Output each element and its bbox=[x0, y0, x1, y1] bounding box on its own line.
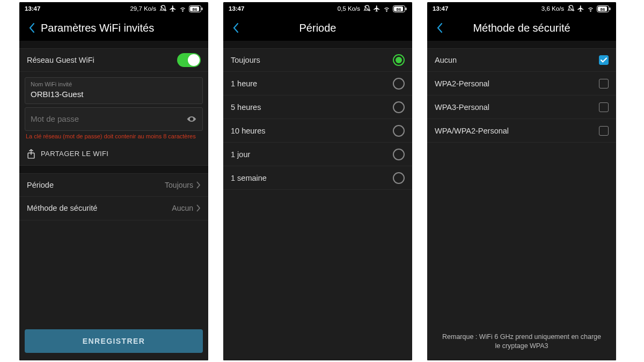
period-label: Période bbox=[27, 181, 165, 189]
share-wifi-label: PARTAGER LE WIFI bbox=[41, 150, 108, 158]
security-option-none[interactable]: Aucun bbox=[427, 48, 616, 72]
checkbox-checked-icon bbox=[599, 55, 609, 65]
option-label: WPA2-Personal bbox=[435, 79, 599, 88]
save-button[interactable]: ENREGISTRER bbox=[25, 329, 203, 353]
status-data-rate: 29,7 Ko/s bbox=[130, 5, 156, 12]
security-option-wpa2[interactable]: WPA2-Personal bbox=[427, 72, 616, 95]
radio-icon bbox=[393, 78, 405, 90]
radio-icon bbox=[393, 125, 405, 137]
svg-point-7 bbox=[386, 11, 387, 11]
period-option-10h[interactable]: 10 heures bbox=[223, 119, 412, 143]
security-value: Aucun bbox=[172, 204, 193, 212]
airplane-icon bbox=[577, 5, 584, 12]
screen-security-method: 13:47 3,6 Ko/s 86 Méthode de sécurité Au… bbox=[427, 2, 616, 360]
security-option-wpa-wpa2[interactable]: WPA/WPA2-Personal bbox=[427, 119, 616, 143]
option-label: 10 heures bbox=[231, 127, 393, 135]
page-title: Paramètres WiFi invités bbox=[41, 22, 204, 34]
radio-icon bbox=[393, 149, 405, 160]
guest-wifi-toggle[interactable] bbox=[177, 53, 201, 67]
svg-rect-9 bbox=[406, 8, 407, 10]
eye-icon[interactable] bbox=[186, 115, 197, 123]
security-row[interactable]: Méthode de sécurité Aucun bbox=[19, 197, 208, 220]
battery-icon: 86 bbox=[597, 5, 611, 12]
radio-selected-icon bbox=[393, 54, 405, 66]
chevron-right-icon bbox=[196, 204, 201, 212]
share-icon bbox=[27, 149, 35, 159]
svg-point-5 bbox=[191, 118, 192, 120]
svg-text:86: 86 bbox=[601, 7, 605, 12]
status-data-rate: 0,5 Ko/s bbox=[338, 5, 360, 12]
wifi-icon bbox=[179, 5, 187, 12]
option-label: 5 heures bbox=[231, 103, 393, 112]
screen-period: 13:47 0,5 Ko/s 86 Période Toujours bbox=[223, 2, 412, 360]
option-label: Aucun bbox=[435, 56, 599, 64]
period-option-always[interactable]: Toujours bbox=[223, 48, 412, 72]
guest-wifi-toggle-row[interactable]: Réseau Guest WiFi bbox=[19, 48, 208, 72]
chevron-left-icon bbox=[28, 23, 36, 33]
checkbox-icon bbox=[599, 102, 609, 112]
status-bar: 13:47 29,7 Ko/s 86 bbox=[19, 2, 208, 15]
period-option-1d[interactable]: 1 jour bbox=[223, 143, 412, 166]
chevron-left-icon bbox=[436, 23, 444, 33]
option-label: Toujours bbox=[231, 56, 393, 64]
ssid-value: ORBI13-Guest bbox=[31, 90, 197, 99]
security-option-wpa3[interactable]: WPA3-Personal bbox=[427, 95, 616, 119]
checkbox-icon bbox=[599, 126, 609, 136]
status-icons: 86 bbox=[567, 5, 611, 12]
header: Méthode de sécurité bbox=[427, 15, 616, 41]
wifi-icon bbox=[587, 5, 595, 12]
option-label: WPA/WPA2-Personal bbox=[435, 127, 599, 135]
svg-rect-2 bbox=[202, 8, 203, 10]
security-label: Méthode de sécurité bbox=[27, 204, 172, 212]
status-time: 13:47 bbox=[433, 5, 448, 12]
status-bar: 13:47 3,6 Ko/s 86 bbox=[427, 2, 616, 15]
svg-rect-14 bbox=[610, 8, 611, 10]
radio-icon bbox=[393, 101, 405, 113]
save-button-label: ENREGISTRER bbox=[83, 337, 145, 345]
guest-wifi-toggle-label: Réseau Guest WiFi bbox=[27, 56, 177, 64]
option-label: 1 jour bbox=[231, 150, 393, 159]
option-label: 1 semaine bbox=[231, 174, 393, 182]
option-label: WPA3-Personal bbox=[435, 103, 599, 112]
wifi-icon bbox=[383, 5, 391, 12]
security-note: Remarque : WiFi 6 GHz prend uniquement e… bbox=[427, 325, 616, 360]
password-field[interactable]: Mot de passe bbox=[25, 107, 203, 131]
bell-off-icon bbox=[159, 5, 167, 12]
chevron-right-icon bbox=[196, 181, 201, 189]
period-row[interactable]: Période Toujours bbox=[19, 173, 208, 197]
battery-icon: 86 bbox=[393, 5, 407, 12]
svg-text:86: 86 bbox=[397, 7, 401, 12]
period-option-5h[interactable]: 5 heures bbox=[223, 95, 412, 119]
checkbox-icon bbox=[599, 79, 609, 88]
ssid-field[interactable]: Nom WiFi invité ORBI13-Guest bbox=[25, 77, 203, 104]
status-data-rate: 3,6 Ko/s bbox=[541, 5, 564, 12]
status-time: 13:47 bbox=[25, 5, 40, 12]
back-button[interactable] bbox=[228, 19, 245, 36]
radio-icon bbox=[393, 172, 405, 184]
header: Période bbox=[223, 15, 412, 41]
period-option-1w[interactable]: 1 semaine bbox=[223, 166, 412, 190]
bell-off-icon bbox=[363, 5, 371, 12]
back-button[interactable] bbox=[24, 19, 41, 36]
guest-wifi-form: Nom WiFi invité ORBI13-Guest Mot de pass… bbox=[19, 72, 208, 166]
header: Paramètres WiFi invités bbox=[19, 15, 208, 41]
status-icons: 86 bbox=[159, 5, 203, 12]
period-value: Toujours bbox=[165, 181, 193, 189]
back-button[interactable] bbox=[431, 19, 449, 36]
status-time: 13:47 bbox=[229, 5, 244, 12]
airplane-icon bbox=[169, 5, 177, 12]
share-wifi-button[interactable]: PARTAGER LE WIFI bbox=[25, 144, 203, 165]
battery-icon: 86 bbox=[189, 5, 203, 12]
page-title: Méthode de sécurité bbox=[449, 22, 612, 34]
status-bar: 13:47 0,5 Ko/s 86 bbox=[223, 2, 412, 15]
status-icons: 86 bbox=[363, 5, 407, 12]
page-title: Période bbox=[245, 22, 408, 34]
airplane-icon bbox=[373, 5, 380, 12]
period-option-1h[interactable]: 1 heure bbox=[223, 72, 412, 95]
svg-text:86: 86 bbox=[193, 7, 197, 12]
save-bar: ENREGISTRER bbox=[19, 324, 208, 360]
chevron-left-icon bbox=[232, 23, 240, 33]
password-placeholder: Mot de passe bbox=[31, 114, 186, 124]
option-label: 1 heure bbox=[231, 79, 393, 88]
svg-point-12 bbox=[590, 11, 591, 11]
